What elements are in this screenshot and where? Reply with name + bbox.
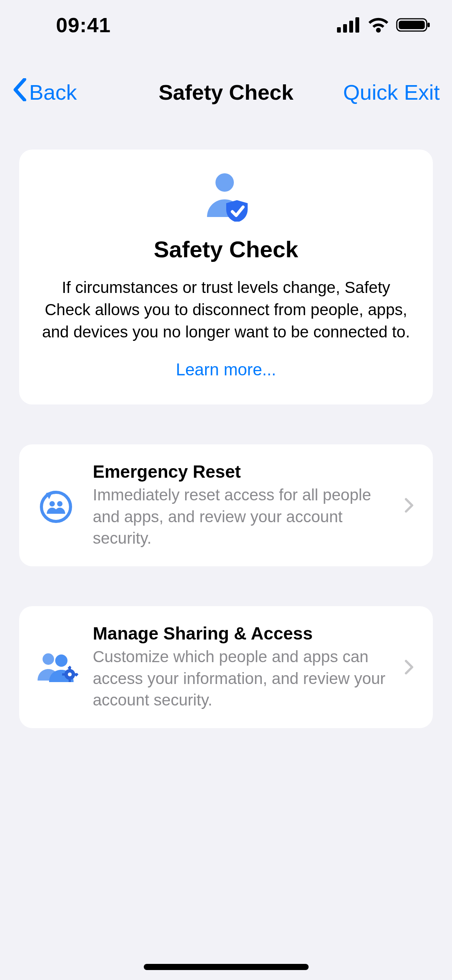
- svg-point-10: [49, 501, 55, 506]
- svg-rect-5: [399, 21, 425, 29]
- svg-rect-1: [343, 24, 347, 33]
- emergency-reset-title: Emergency Reset: [93, 461, 391, 482]
- emergency-reset-text: Emergency Reset Immediately reset access…: [93, 461, 391, 549]
- svg-point-12: [43, 653, 54, 665]
- emergency-reset-sub: Immediately reset access for all people …: [93, 484, 391, 549]
- hero-card: Safety Check If circumstances or trust l…: [19, 150, 433, 404]
- status-indicators: [337, 17, 431, 33]
- manage-sharing-icon: [33, 650, 79, 684]
- svg-point-13: [55, 654, 67, 667]
- content: Safety Check If circumstances or trust l…: [19, 150, 433, 728]
- wifi-icon: [368, 17, 389, 33]
- learn-more-link[interactable]: Learn more...: [38, 360, 414, 379]
- battery-icon: [396, 17, 431, 33]
- manage-sharing-row[interactable]: Manage Sharing & Access Customize which …: [19, 606, 433, 728]
- svg-point-7: [215, 173, 234, 192]
- person-shield-icon: [199, 172, 253, 223]
- chevron-right-icon: [404, 498, 417, 513]
- chevron-left-icon: [12, 78, 28, 106]
- manage-sharing-text: Manage Sharing & Access Customize which …: [93, 623, 391, 711]
- svg-rect-6: [427, 23, 430, 27]
- svg-point-15: [68, 673, 72, 676]
- svg-rect-18: [62, 673, 65, 676]
- back-label: Back: [29, 80, 77, 105]
- cellular-icon: [337, 17, 361, 33]
- manage-sharing-title: Manage Sharing & Access: [93, 623, 391, 644]
- home-indicator[interactable]: [144, 964, 309, 970]
- manage-sharing-sub: Customize which people and apps can acce…: [93, 646, 391, 711]
- hero-body: If circumstances or trust levels change,…: [38, 276, 414, 343]
- svg-rect-2: [349, 21, 353, 33]
- svg-rect-0: [337, 27, 341, 33]
- quick-exit-button[interactable]: Quick Exit: [343, 80, 440, 105]
- status-bar: 09:41: [0, 0, 452, 50]
- hero-title: Safety Check: [38, 236, 414, 263]
- back-button[interactable]: Back: [12, 78, 77, 106]
- svg-rect-3: [355, 17, 359, 33]
- svg-point-8: [41, 492, 71, 521]
- chevron-right-icon: [404, 659, 417, 675]
- nav-bar: Back Safety Check Quick Exit: [0, 73, 452, 111]
- svg-point-11: [57, 501, 62, 506]
- emergency-reset-icon: [33, 486, 79, 525]
- status-time: 09:41: [21, 13, 111, 37]
- svg-rect-17: [69, 679, 71, 682]
- emergency-reset-row[interactable]: Emergency Reset Immediately reset access…: [19, 444, 433, 566]
